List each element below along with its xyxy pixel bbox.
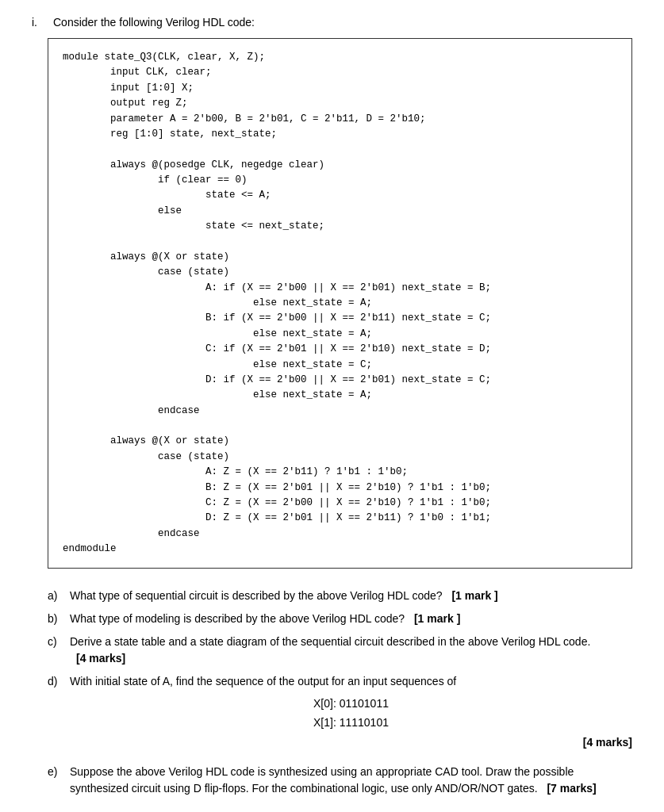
part-b-text: What type of modeling is described by th… (70, 612, 405, 625)
part-c-label: c) (48, 634, 70, 667)
code-block: module state_Q3(CLK, clear, X, Z); input… (48, 38, 632, 569)
part-b: b) What type of modeling is described by… (48, 611, 632, 627)
part-a-text: What type of sequential circuit is descr… (70, 589, 443, 602)
part-c-mark: [4 marks] (76, 652, 125, 665)
part-e-label: e) (48, 764, 70, 797)
part-c: c) Derive a state table and a state diag… (48, 634, 632, 667)
part-e-content: Suppose the above Verilog HDL code is sy… (70, 764, 632, 797)
input-sequences: X[0]: 01101011 X[1]: 11110101 (70, 695, 632, 733)
part-c-content: Derive a state table and a state diagram… (70, 634, 632, 667)
part-e: e) Suppose the above Verilog HDL code is… (48, 764, 632, 797)
question-intro: Consider the following Verilog HDL code: (53, 16, 255, 29)
part-e-text: Suppose the above Verilog HDL code is sy… (70, 765, 574, 795)
part-a-content: What type of sequential circuit is descr… (70, 588, 632, 604)
part-b-content: What type of modeling is described by th… (70, 611, 632, 627)
part-c-text: Derive a state table and a state diagram… (70, 635, 590, 648)
part-d: d) With initial state of A, find the seq… (48, 673, 632, 757)
sequence-x0: X[0]: 01101011 (70, 695, 632, 714)
code-content: module state_Q3(CLK, clear, X, Z); input… (63, 52, 491, 554)
question-container: i. Consider the following Verilog HDL co… (32, 16, 632, 797)
question-number: i. (32, 16, 37, 29)
part-d-label: d) (48, 673, 70, 757)
part-d-content: With initial state of A, find the sequen… (70, 673, 632, 757)
parts-list: a) What type of sequential circuit is de… (48, 588, 632, 797)
part-b-label: b) (48, 611, 70, 627)
part-a-label: a) (48, 588, 70, 604)
question-header: i. Consider the following Verilog HDL co… (32, 16, 632, 29)
part-a: a) What type of sequential circuit is de… (48, 588, 632, 604)
part-e-mark: [7 marks] (547, 782, 596, 795)
part-d-mark: [4 marks] (70, 734, 632, 751)
part-b-mark: [1 mark ] (414, 612, 460, 625)
sequence-x1: X[1]: 11110101 (70, 714, 632, 733)
part-a-mark: [1 mark ] (451, 589, 497, 602)
part-d-text: With initial state of A, find the sequen… (70, 675, 456, 688)
